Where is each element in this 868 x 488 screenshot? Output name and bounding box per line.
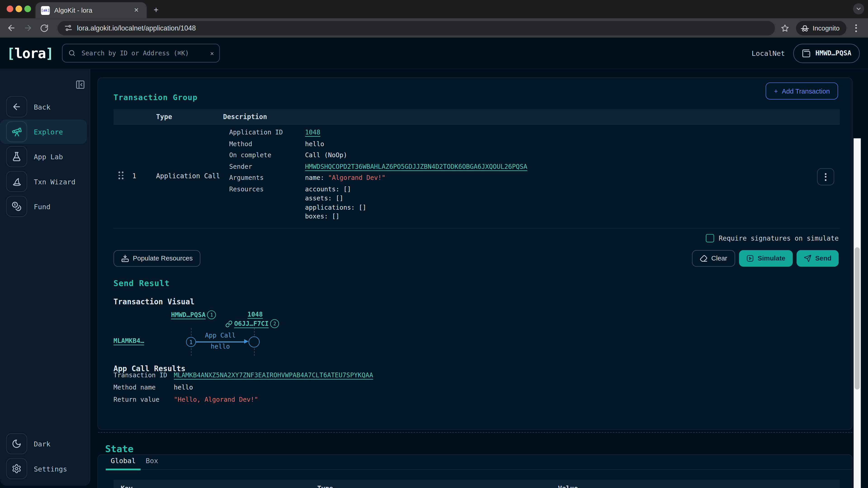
require-signatures-checkbox[interactable] [706, 234, 714, 242]
actions-row: Populate Resources Clear Simulate Send [114, 250, 839, 267]
flask-icon [11, 152, 22, 162]
sidebar-item-fund[interactable]: Fund [0, 194, 90, 219]
coins-icon [11, 201, 22, 211]
resource-applications: applications: [] [305, 203, 366, 212]
populate-resources-button[interactable]: Populate Resources [114, 250, 200, 267]
search-box[interactable]: ✕ [62, 43, 220, 62]
window-minimize-button[interactable] [16, 5, 22, 12]
search-icon [68, 49, 76, 57]
drag-handle-icon[interactable] [119, 171, 123, 179]
transaction-type: Application Call [156, 172, 220, 180]
screen: [ak] AlgoKit - lora ✕ + lora.algokit.io/… [0, 0, 868, 488]
kebab-icon [825, 173, 827, 181]
back-icon[interactable] [4, 21, 18, 35]
eraser-icon [700, 255, 707, 262]
transaction-table-header: Type Description [114, 109, 840, 125]
page-scrollbar[interactable] [854, 138, 861, 488]
field-resources: Resources accounts: [] assets: [] applic… [229, 185, 761, 221]
graph-edge-subtitle: hello [196, 343, 244, 350]
gear-icon [11, 464, 22, 474]
sidebar-item-label: Fund [34, 202, 51, 210]
graph-transaction-link[interactable]: MLAMKB4… [114, 337, 144, 345]
bookmark-star-icon[interactable] [778, 21, 792, 35]
wallet-label: HMWD…PQSA [815, 49, 851, 57]
transaction-index: 1 [132, 172, 136, 180]
state-table-header: Key Type Value [114, 480, 840, 488]
incognito-badge: Incognito [796, 21, 846, 35]
site-settings-icon[interactable] [64, 24, 72, 32]
scrollbar-thumb[interactable] [855, 248, 860, 390]
favicon: [ak] [41, 6, 50, 15]
sidebar: Back Explore App Lab Txn Wizard Fund [0, 69, 90, 486]
browser-tab[interactable]: [ak] AlgoKit - lora ✕ [35, 2, 147, 18]
field-arguments: Arguments name: "Algorand Dev!" [229, 173, 761, 183]
send-result-title: Send Result [114, 279, 170, 288]
column-value: Value [558, 485, 578, 488]
sidebar-item-app-lab[interactable]: App Lab [0, 144, 90, 169]
field-on-complete: On complete Call (NoOp) [229, 151, 761, 160]
sidebar-item-label: Txn Wizard [34, 177, 75, 186]
new-tab-button[interactable]: + [151, 4, 162, 15]
sidebar-footer: Dark Settings [0, 431, 90, 481]
tab-close-icon[interactable]: ✕ [131, 5, 141, 15]
state-tabs: Global Box [106, 455, 852, 470]
sidebar-item-back[interactable]: Back [0, 95, 90, 119]
graph-group-link[interactable]: O6JJ…F7CI [234, 320, 269, 328]
sidebar-item-settings[interactable]: Settings [0, 456, 90, 481]
graph-application-link[interactable]: 1048 [248, 311, 263, 318]
transaction-group-card: Transaction Group + Add Transaction Type… [97, 77, 852, 430]
field-sender: Sender HMWDSHQCOPD2T36WBAHLAZ6PO5GDJJZBN… [229, 162, 761, 171]
sidebar-collapse-button[interactable] [75, 80, 85, 90]
sidebar-item-label: Back [34, 103, 51, 111]
graph-edge-title: App Call [196, 331, 244, 339]
search-input[interactable] [81, 49, 206, 58]
group-badge: 2 [270, 319, 279, 328]
url-text: lora.algokit.io/localnet/application/104… [77, 24, 196, 32]
panel-collapse-icon [75, 80, 85, 90]
tab-global[interactable]: Global [106, 456, 141, 469]
tab-search-button[interactable] [853, 3, 864, 14]
incognito-icon [800, 24, 809, 32]
arrow-left-icon [11, 102, 22, 112]
app-header: [lora] ✕ LocalNet HMWD…PQSA [0, 38, 868, 69]
browser-tab-bar: [ak] AlgoKit - lora ✕ + [0, 0, 868, 18]
transaction-group-title: Transaction Group [114, 93, 197, 101]
reload-icon[interactable] [38, 21, 51, 35]
sidebar-item-explore[interactable]: Explore [0, 120, 87, 144]
search-clear-icon[interactable]: ✕ [210, 50, 214, 57]
transaction-row: 1 Application Call Application ID 1048 M… [114, 124, 840, 229]
application-id-link[interactable]: 1048 [305, 128, 320, 136]
sidebar-item-txn-wizard[interactable]: Txn Wizard [0, 169, 90, 194]
address-bar[interactable]: lora.algokit.io/localnet/application/104… [58, 21, 775, 35]
return-value-string: "Hello, Algorand Dev!" [174, 396, 258, 404]
telescope-icon [11, 127, 22, 137]
simulate-button[interactable]: Simulate [739, 250, 793, 267]
sidebar-item-theme-dark[interactable]: Dark [0, 431, 90, 456]
sender-address-link[interactable]: HMWDSHQCOPD2T36WBAHLAZ6PO5GDJJZBN4D2TODK… [305, 162, 527, 170]
window-zoom-button[interactable] [24, 5, 31, 12]
browser-toolbar: lora.algokit.io/localnet/application/104… [0, 18, 868, 38]
transaction-menu-button[interactable] [817, 168, 834, 185]
field-method: Method hello [229, 139, 761, 149]
result-transaction-id: Transaction ID MLAMKB4ANXZ5NA2XY7ZNF3EAI… [114, 371, 373, 380]
chevron-down-icon [855, 5, 862, 12]
add-transaction-button[interactable]: + Add Transaction [766, 83, 838, 100]
network-label[interactable]: LocalNet [752, 49, 785, 57]
link-chain-icon [225, 320, 232, 327]
lora-logo[interactable]: [lora] [6, 45, 53, 61]
window-close-button[interactable] [6, 5, 13, 12]
require-signatures-row: Require signatures on simulate [706, 234, 839, 242]
graph-to-node [249, 336, 260, 348]
resource-boxes: boxes: [] [305, 212, 366, 221]
tab-box[interactable]: Box [141, 456, 163, 469]
state-title: State [105, 443, 133, 454]
clear-button[interactable]: Clear [692, 250, 735, 267]
forward-icon[interactable] [21, 21, 34, 35]
column-key: Key [121, 485, 317, 488]
transaction-id-link[interactable]: MLAMKB4ANXZ5NA2XY7ZNF3EAIROHVWPAB4A7CLT6… [174, 371, 373, 380]
sidebar-item-label: Dark [34, 440, 51, 448]
graph-account-link[interactable]: HMWD…PQSA [171, 311, 206, 319]
wallet-button[interactable]: HMWD…PQSA [793, 43, 860, 63]
browser-menu-icon[interactable] [849, 21, 863, 35]
send-button[interactable]: Send [796, 250, 839, 267]
